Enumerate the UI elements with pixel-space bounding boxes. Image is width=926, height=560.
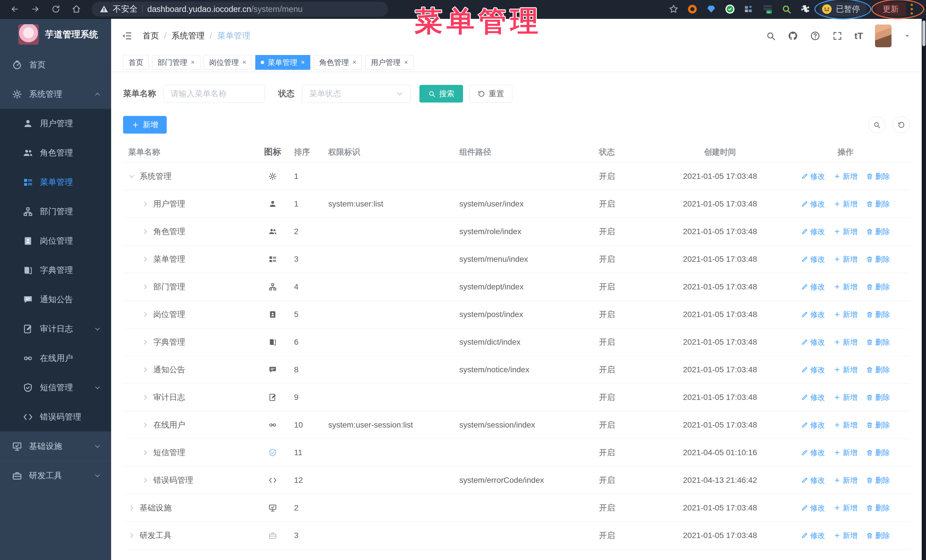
delete-link[interactable]: 删除 (866, 282, 890, 292)
add-link[interactable]: 新增 (834, 309, 858, 320)
expand-row-icon[interactable] (142, 228, 149, 235)
sidebar-item-1[interactable]: 系统管理 (0, 80, 111, 109)
edit-link[interactable]: 修改 (801, 420, 825, 430)
tab-close-icon[interactable]: ✕ (352, 59, 356, 65)
extension-green-icon[interactable] (725, 4, 735, 14)
expand-row-icon[interactable] (142, 449, 149, 456)
breadcrumb-system[interactable]: 系统管理 (171, 30, 204, 42)
delete-link[interactable]: 删除 (866, 475, 890, 485)
sidebar-item-0[interactable]: 首页 (0, 50, 111, 80)
add-link[interactable]: 新增 (834, 337, 858, 347)
extension-gem-icon[interactable] (706, 4, 716, 14)
edit-link[interactable]: 修改 (801, 337, 825, 347)
add-link[interactable]: 新增 (834, 172, 858, 181)
expand-row-icon[interactable] (142, 201, 149, 207)
add-link[interactable]: 新增 (834, 365, 858, 375)
extension-magnifier-icon[interactable] (781, 4, 791, 14)
tab-5[interactable]: 用户管理✕ (365, 55, 413, 70)
sidebar-item-3[interactable]: 角色管理 (0, 138, 111, 168)
font-size-icon[interactable]: tT (855, 31, 863, 41)
edit-link[interactable]: 修改 (801, 365, 825, 375)
browser-back-icon[interactable] (6, 2, 24, 17)
extension-grid-icon[interactable] (744, 4, 754, 14)
collapse-row-icon[interactable] (128, 173, 135, 180)
add-link[interactable]: 新增 (834, 227, 858, 237)
edit-link[interactable]: 修改 (801, 392, 825, 403)
delete-link[interactable]: 删除 (866, 309, 890, 320)
edit-link[interactable]: 修改 (801, 475, 825, 485)
fullscreen-icon[interactable] (832, 31, 843, 41)
extension-on-switch-icon[interactable]: on (763, 4, 773, 14)
status-select[interactable]: 菜单状态 (302, 85, 411, 103)
avatar-dropdown-icon[interactable] (903, 32, 911, 39)
expand-row-icon[interactable] (142, 477, 149, 484)
add-link[interactable]: 新增 (834, 420, 858, 430)
edit-link[interactable]: 修改 (801, 503, 825, 513)
tab-2[interactable]: 岗位管理✕ (204, 55, 252, 70)
tab-1[interactable]: 部门管理✕ (152, 55, 200, 70)
menu-name-input[interactable] (163, 85, 265, 103)
add-link[interactable]: 新增 (834, 282, 858, 292)
tab-3[interactable]: 菜单管理✕ (255, 55, 310, 70)
add-link[interactable]: 新增 (834, 199, 858, 209)
expand-row-icon[interactable] (142, 311, 149, 318)
help-icon[interactable] (810, 31, 820, 41)
browser-forward-icon[interactable] (26, 2, 44, 17)
delete-link[interactable]: 删除 (866, 337, 890, 347)
scrollbar-thumb[interactable] (922, 21, 925, 46)
expand-row-icon[interactable] (142, 284, 149, 290)
edit-link[interactable]: 修改 (801, 254, 825, 264)
sidebar-item-11[interactable]: 短信管理 (0, 373, 111, 402)
expand-row-icon[interactable] (128, 532, 135, 539)
add-link[interactable]: 新增 (834, 392, 858, 403)
tab-close-icon[interactable]: ✕ (191, 59, 195, 65)
expand-row-icon[interactable] (142, 256, 149, 263)
add-link[interactable]: 新增 (834, 531, 858, 540)
tab-4[interactable]: 角色管理✕ (314, 55, 362, 70)
delete-link[interactable]: 删除 (866, 227, 890, 237)
expand-row-icon[interactable] (142, 421, 149, 429)
update-button[interactable]: 更新 (875, 2, 906, 16)
extension-orange-icon[interactable] (687, 4, 698, 14)
sidebar-item-4[interactable]: 菜单管理 (0, 168, 111, 197)
browser-reload-icon[interactable] (47, 2, 65, 17)
sidebar-item-9[interactable]: 审计日志 (0, 314, 111, 344)
delete-link[interactable]: 删除 (866, 503, 890, 513)
user-avatar[interactable] (875, 24, 891, 47)
edit-link[interactable]: 修改 (801, 227, 825, 237)
browser-home-icon[interactable] (67, 2, 85, 17)
sidebar-item-5[interactable]: 部门管理 (0, 197, 111, 226)
add-link[interactable]: 新增 (834, 254, 858, 264)
tab-close-icon[interactable]: ✕ (301, 59, 305, 65)
header-search-icon[interactable] (766, 31, 776, 41)
expand-row-icon[interactable] (142, 366, 149, 373)
expand-row-icon[interactable] (142, 339, 149, 346)
reset-button[interactable]: 重置 (469, 85, 512, 103)
edit-link[interactable]: 修改 (801, 448, 825, 458)
add-link[interactable]: 新增 (834, 503, 858, 513)
sidebar-item-13[interactable]: 基础设施 (0, 432, 111, 461)
edit-link[interactable]: 修改 (801, 199, 825, 209)
sidebar-item-10[interactable]: 在线用户 (0, 344, 111, 373)
tab-close-icon[interactable]: ✕ (242, 59, 247, 65)
add-button[interactable]: 新增 (123, 116, 167, 134)
table-search-toggle-icon[interactable] (868, 116, 885, 133)
edit-link[interactable]: 修改 (801, 172, 825, 181)
add-link[interactable]: 新增 (834, 448, 858, 458)
edit-link[interactable]: 修改 (801, 531, 825, 540)
sidebar-item-8[interactable]: 通知公告 (0, 285, 111, 314)
sidebar-item-6[interactable]: 岗位管理 (0, 226, 111, 255)
delete-link[interactable]: 删除 (866, 392, 890, 403)
edit-link[interactable]: 修改 (801, 282, 825, 292)
delete-link[interactable]: 删除 (866, 448, 890, 458)
tab-close-icon[interactable]: ✕ (404, 59, 408, 65)
delete-link[interactable]: 删除 (866, 172, 890, 181)
page-scrollbar[interactable] (922, 19, 926, 560)
expand-row-icon[interactable] (128, 504, 135, 511)
extensions-puzzle-icon[interactable] (800, 4, 810, 14)
github-icon[interactable] (788, 31, 798, 41)
sidebar-item-7[interactable]: 字典管理 (0, 255, 111, 285)
tab-0[interactable]: 首页 (123, 55, 149, 70)
sidebar-item-2[interactable]: 用户管理 (0, 109, 111, 138)
search-button[interactable]: 搜索 (419, 85, 463, 103)
